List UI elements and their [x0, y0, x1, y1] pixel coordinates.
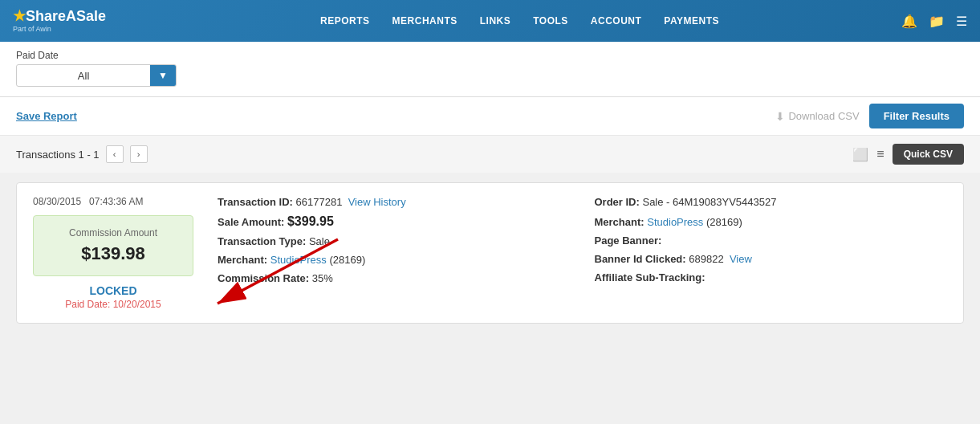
main-content: 08/30/2015 07:43:36 AM Commission Amount…	[0, 173, 980, 333]
transactions-info: Transactions 1 - 1 ‹ ›	[16, 145, 148, 163]
merchant-right-row: Merchant: StudioPress (28169)	[595, 216, 948, 228]
filter-results-button[interactable]: Filter Results	[869, 104, 964, 128]
view-history-link[interactable]: View History	[348, 196, 406, 208]
order-id-row: Order ID: Sale - 64M19083YV5443527	[595, 196, 948, 208]
nav-account[interactable]: ACCOUNT	[591, 15, 642, 26]
banner-view-link[interactable]: View	[730, 253, 752, 265]
action-bar: Save Report ⬇ Download CSV Filter Result…	[0, 97, 980, 136]
sale-amount-label: Sale Amount:	[218, 216, 284, 228]
action-right: ⬇ Download CSV Filter Results	[775, 104, 964, 128]
nav-links[interactable]: LINKS	[480, 15, 511, 26]
header-icons: 🔔 📁 ☰	[901, 14, 967, 29]
logo-area: ★ShareASale Part of Awin	[13, 9, 106, 33]
merchant-mid-link[interactable]: StudioPress	[270, 254, 327, 266]
nav-payments[interactable]: PAYMENTS	[664, 15, 719, 26]
paid-date-value: 10/20/2015	[113, 299, 161, 310]
next-page-button[interactable]: ›	[130, 145, 148, 163]
main-nav: REPORTS MERCHANTS LINKS TOOLS ACCOUNT PA…	[138, 15, 901, 26]
transaction-type-row: Transaction Type: Sale	[218, 235, 571, 247]
paid-date-info: Paid Date: 10/20/2015	[33, 299, 193, 310]
locked-status: LOCKED	[33, 284, 193, 297]
merchant-mid-label: Merchant:	[218, 254, 267, 266]
transaction-type-value: Sale	[309, 235, 330, 247]
nav-reports[interactable]: REPORTS	[320, 15, 370, 26]
download-csv-label: Download CSV	[788, 110, 859, 122]
sale-amount-value: $399.95	[287, 214, 334, 228]
download-csv-button[interactable]: ⬇ Download CSV	[775, 110, 859, 123]
page-banner-label: Page Banner:	[595, 234, 662, 247]
filter-bar: Paid Date All ▼	[0, 42, 980, 97]
download-icon: ⬇	[775, 110, 785, 123]
commission-box: Commission Amount $139.98	[33, 215, 193, 276]
merchant-right-link[interactable]: StudioPress	[647, 216, 703, 228]
commission-label: Commission Amount	[47, 227, 180, 238]
bell-icon[interactable]: 🔔	[901, 14, 917, 29]
banner-id-value: 689822	[689, 253, 723, 265]
prev-page-button[interactable]: ‹	[106, 145, 124, 163]
paid-date-value: All	[17, 66, 150, 86]
list-view-icon[interactable]: ≡	[876, 147, 884, 161]
quick-csv-button[interactable]: Quick CSV	[893, 144, 964, 165]
affiliate-sub-label: Affiliate Sub-Tracking:	[595, 271, 706, 283]
page-banner-row: Page Banner:	[595, 234, 948, 247]
paid-date-label: Paid Date	[16, 50, 964, 61]
order-id-value: Sale - 64M19083YV5443527	[642, 196, 776, 208]
commission-rate-row: Commission Rate: 35%	[218, 272, 571, 284]
logo-star: ★	[13, 8, 26, 24]
logo-sub: Part of Awin	[13, 25, 106, 33]
transaction-time: 07:43:36 AM	[89, 196, 143, 207]
middle-column: Transaction ID: 66177281 View History Sa…	[209, 196, 571, 310]
transactions-bar: Transactions 1 - 1 ‹ › ⬜ ≡ Quick CSV	[0, 136, 980, 173]
transaction-type-label: Transaction Type:	[218, 235, 306, 247]
paid-date-select[interactable]: All ▼	[16, 64, 177, 87]
merchant-mid-id: (28169)	[329, 254, 365, 266]
affiliate-sub-row: Affiliate Sub-Tracking:	[595, 271, 948, 283]
merchant-right-id: (28169)	[706, 216, 742, 228]
right-column: Order ID: Sale - 64M19083YV5443527 Merch…	[587, 196, 948, 310]
merchant-right-label: Merchant:	[595, 216, 645, 228]
paid-date-label: Paid Date:	[65, 299, 110, 310]
transactions-right: ⬜ ≡ Quick CSV	[852, 144, 964, 165]
banner-id-row: Banner Id Clicked: 689822 View	[595, 253, 948, 265]
sale-amount-row: Sale Amount: $399.95	[218, 214, 571, 229]
left-column: 08/30/2015 07:43:36 AM Commission Amount…	[33, 196, 193, 310]
save-report-link[interactable]: Save Report	[16, 110, 77, 122]
logo: ★ShareASale	[13, 9, 106, 23]
commission-rate-label: Commission Rate:	[218, 272, 309, 284]
menu-icon[interactable]: ☰	[956, 14, 967, 29]
nav-tools[interactable]: TOOLS	[533, 15, 568, 26]
grid-view-icon[interactable]: ⬜	[852, 147, 868, 162]
commission-amount: $139.98	[47, 243, 180, 264]
folder-icon[interactable]: 📁	[929, 14, 945, 29]
transaction-id-label: Transaction ID:	[218, 196, 293, 208]
transaction-id-value: 66177281	[296, 196, 343, 208]
transaction-datetime: 08/30/2015 07:43:36 AM	[33, 196, 193, 207]
order-id-label: Order ID:	[595, 196, 640, 208]
commission-rate-value: 35%	[312, 272, 333, 284]
transaction-date: 08/30/2015	[33, 196, 81, 207]
nav-merchants[interactable]: MERCHANTS	[392, 15, 457, 26]
paid-date-dropdown-arrow[interactable]: ▼	[150, 65, 176, 86]
merchant-mid-row: Merchant: StudioPress (28169)	[218, 254, 571, 266]
banner-id-label: Banner Id Clicked:	[595, 253, 686, 265]
transactions-label: Transactions 1 - 1	[16, 149, 100, 161]
transaction-id-row: Transaction ID: 66177281 View History	[218, 196, 571, 208]
transaction-card: 08/30/2015 07:43:36 AM Commission Amount…	[16, 182, 964, 324]
header: ★ShareASale Part of Awin REPORTS MERCHAN…	[0, 0, 980, 42]
